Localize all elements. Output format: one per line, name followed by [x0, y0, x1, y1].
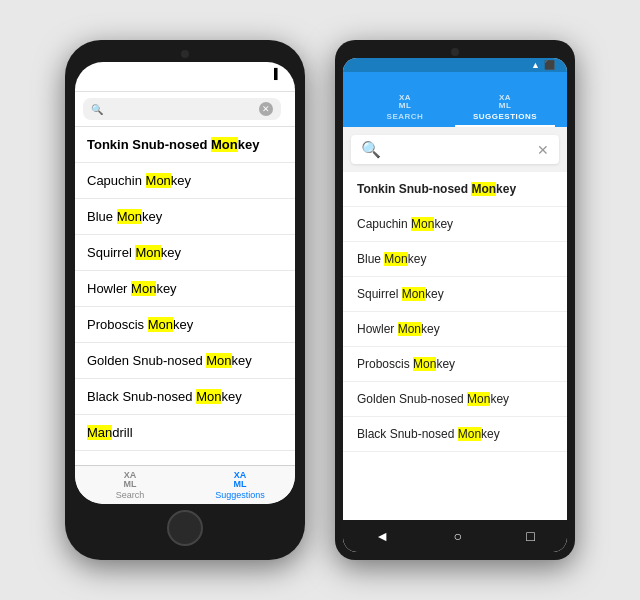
iphone-search-input-box[interactable]: 🔍 ✕: [83, 98, 281, 120]
android-list-item[interactable]: Black Snub-nosed Monkey: [343, 417, 567, 452]
android-status-bar: ▲ ⬛: [343, 58, 567, 72]
android-list-item[interactable]: Blue Monkey: [343, 242, 567, 277]
android-content: 🔍 ✕ Tonkin Snub-nosed MonkeyCapuchin Mon…: [343, 127, 567, 520]
battery-icon: ▌: [274, 68, 281, 79]
iphone-search-bar: 🔍 ✕: [75, 92, 295, 127]
iphone-list-item[interactable]: Golden Snub-nosed Monkey: [75, 343, 295, 379]
android-clear-button[interactable]: ✕: [537, 142, 549, 158]
android-list-item[interactable]: Golden Snub-nosed Monkey: [343, 382, 567, 417]
android-app-title: [355, 80, 555, 88]
iphone-screen: ▌ 🔍 ✕ Tonkin Snub-nosed MonkeyCapuchin M…: [75, 62, 295, 504]
iphone-home-button[interactable]: [167, 510, 203, 546]
android-results-list: Tonkin Snub-nosed MonkeyCapuchin MonkeyB…: [343, 172, 567, 520]
android-list-item[interactable]: Capuchin Monkey: [343, 207, 567, 242]
android-camera: [451, 48, 459, 56]
iphone-list-item[interactable]: Black Snub-nosed Monkey: [75, 379, 295, 415]
search-icon: 🔍: [91, 104, 103, 115]
back-button[interactable]: ◄: [375, 528, 389, 544]
iphone-status-bar: ▌: [75, 62, 295, 81]
iphone-tab-search[interactable]: XAMLSearch: [75, 472, 185, 500]
iphone-results-list: Tonkin Snub-nosed MonkeyCapuchin MonkeyB…: [75, 127, 295, 465]
android-list-item[interactable]: Proboscis Monkey: [343, 347, 567, 382]
android-header: XAMLSEARCHXAMLSUGGESTIONS: [343, 72, 567, 127]
home-button[interactable]: ○: [453, 528, 461, 544]
android-list-item[interactable]: Squirrel Monkey: [343, 277, 567, 312]
iphone-tabbar: XAMLSearchXAMLSuggestions: [75, 465, 295, 504]
iphone-list-item[interactable]: Capuchin Monkey: [75, 163, 295, 199]
iphone-list-item[interactable]: Mandrill: [75, 415, 295, 451]
android-list-item[interactable]: Howler Monkey: [343, 312, 567, 347]
android-tab-search[interactable]: XAMLSEARCH: [355, 88, 455, 127]
android-tab-suggestions[interactable]: XAMLSUGGESTIONS: [455, 88, 555, 127]
android-tabs: XAMLSEARCHXAMLSUGGESTIONS: [355, 88, 555, 127]
iphone-list-item[interactable]: Tonkin Snub-nosed Monkey: [75, 127, 295, 163]
recents-button[interactable]: □: [526, 528, 534, 544]
clear-button[interactable]: ✕: [259, 102, 273, 116]
iphone-device: ▌ 🔍 ✕ Tonkin Snub-nosed MonkeyCapuchin M…: [65, 40, 305, 560]
android-search-bar[interactable]: 🔍 ✕: [351, 135, 559, 164]
android-battery-icon: ⬛: [544, 60, 555, 70]
android-search-icon: 🔍: [361, 140, 381, 159]
iphone-tab-suggestions[interactable]: XAMLSuggestions: [185, 472, 295, 500]
iphone-list-item[interactable]: Howler Monkey: [75, 271, 295, 307]
android-nav-bar: ◄○□: [343, 520, 567, 552]
iphone-camera: [181, 50, 189, 58]
iphone-list-item[interactable]: Blue Monkey: [75, 199, 295, 235]
iphone-list-item[interactable]: Squirrel Monkey: [75, 235, 295, 271]
android-screen: ▲ ⬛ XAMLSEARCHXAMLSUGGESTIONS 🔍 ✕ Tonkin…: [343, 58, 567, 552]
android-list-item[interactable]: Tonkin Snub-nosed Monkey: [343, 172, 567, 207]
android-device: ▲ ⬛ XAMLSEARCHXAMLSUGGESTIONS 🔍 ✕ Tonkin…: [335, 40, 575, 560]
android-wifi-icon: ▲: [531, 60, 540, 70]
iphone-app-title: [75, 81, 295, 92]
iphone-list-item[interactable]: Proboscis Monkey: [75, 307, 295, 343]
